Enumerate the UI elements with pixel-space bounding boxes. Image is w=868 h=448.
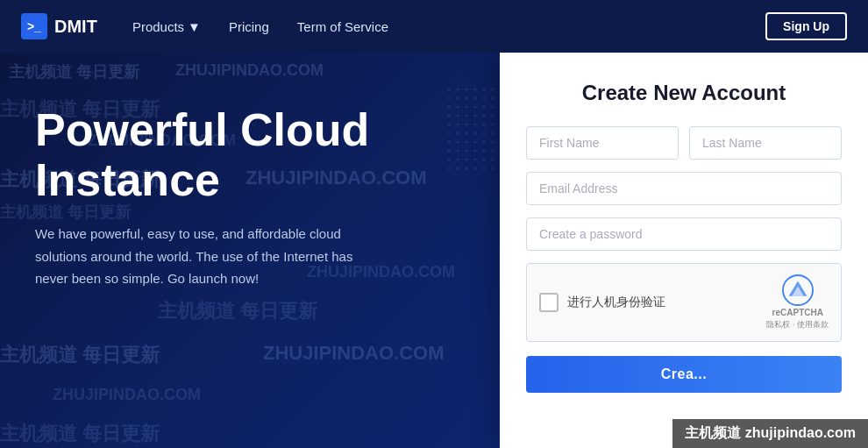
recaptcha-checkbox[interactable] <box>539 293 559 312</box>
nav-links: Products ▼ Pricing Term of Service <box>132 19 765 34</box>
password-input[interactable] <box>526 217 842 251</box>
recaptcha-label: 进行人机身份验证 <box>567 295 665 310</box>
registration-form: Create New Account 进行人机身份验证 reCAPTCH <box>500 53 868 448</box>
email-group <box>526 172 842 205</box>
name-row <box>526 126 842 160</box>
recaptcha-left: 进行人机身份验证 <box>539 293 665 312</box>
last-name-input[interactable] <box>689 126 842 160</box>
hero-content: Powerful Cloud Instance We have powerful… <box>0 53 404 343</box>
nav-products[interactable]: Products ▼ <box>132 19 201 34</box>
recaptcha-brand: reCAPTCHA <box>772 308 823 317</box>
navbar: >_ DMIT Products ▼ Pricing Term of Servi… <box>0 0 868 53</box>
recaptcha-logo-icon <box>782 274 814 306</box>
recaptcha-links: 隐私权 · 使用条款 <box>766 319 829 331</box>
chevron-down-icon: ▼ <box>188 19 201 34</box>
logo-icon: >_ <box>21 13 47 39</box>
watermark: 主机频道 每日更新 <box>0 342 160 368</box>
nav-pricing[interactable]: Pricing <box>229 19 269 34</box>
recaptcha-right: reCAPTCHA 隐私权 · 使用条款 <box>766 274 829 331</box>
hero-subtitle: We have powerful, easy to use, and affor… <box>35 223 368 290</box>
hero-title: Powerful Cloud Instance <box>35 105 369 205</box>
overlay-watermark: 主机频道 zhujipindao.com <box>672 419 868 448</box>
create-account-button[interactable]: Crea... <box>526 356 842 393</box>
nav-terms[interactable]: Term of Service <box>297 19 388 34</box>
watermark: 主机频道 每日更新 <box>0 421 160 447</box>
watermark: ZHUJIPINDAO.COM <box>263 342 445 365</box>
signup-button[interactable]: Sign Up <box>765 12 847 40</box>
email-input[interactable] <box>526 172 842 205</box>
hero-section: 主机频道 每日更新 ZHUJIPINDAO.COM 主机频道 每日更新 ZHUJ… <box>0 53 868 448</box>
watermark: ZHUJIPINDAO.COM <box>53 386 201 404</box>
form-title: Create New Account <box>526 81 842 105</box>
logo-text: DMIT <box>54 17 97 37</box>
logo[interactable]: >_ DMIT <box>21 13 97 39</box>
password-group <box>526 217 842 251</box>
first-name-input[interactable] <box>526 126 679 160</box>
recaptcha-box: 进行人机身份验证 reCAPTCHA 隐私权 · 使用条款 <box>526 263 842 342</box>
